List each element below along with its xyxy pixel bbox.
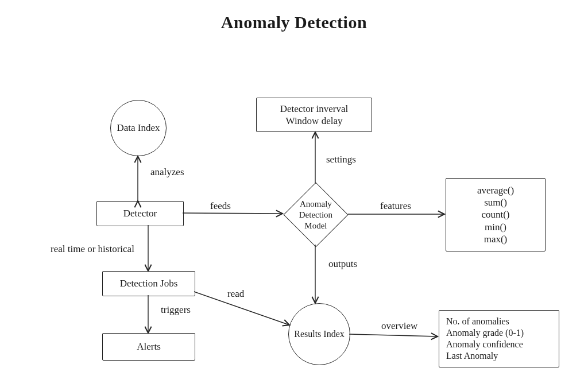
node-detector: Detector	[96, 201, 184, 226]
node-interval-box: Detector inverval Window delay	[256, 98, 372, 132]
edge-label-triggers: triggers	[161, 304, 191, 316]
node-interval-box-label: Detector inverval Window delay	[280, 103, 348, 127]
node-data-index: Data Index	[110, 100, 167, 156]
node-features-box-label: average() sum() count() min() max()	[477, 184, 514, 245]
node-features-box: average() sum() count() min() max()	[446, 178, 546, 251]
edge-label-features: features	[380, 200, 411, 212]
edge-label-settings: settings	[326, 154, 356, 165]
svg-line-1	[183, 213, 283, 214]
node-data-index-label: Data Index	[117, 122, 160, 134]
edge-label-feeds: feeds	[210, 200, 231, 212]
node-results-index: Results Index	[288, 303, 350, 365]
node-alerts-label: Alerts	[137, 340, 161, 353]
svg-line-8	[349, 334, 438, 336]
node-detection-jobs: Detection Jobs	[102, 271, 195, 296]
node-alerts: Alerts	[102, 333, 195, 361]
node-overview-box-label: No. of anomalies Anomaly grade (0-1) Ano…	[446, 316, 524, 362]
edge-label-realtime: real time or historical	[51, 243, 134, 255]
node-results-index-label: Results Index	[294, 328, 345, 340]
node-detector-label: Detector	[123, 207, 157, 219]
node-overview-box: No. of anomalies Anomaly grade (0-1) Ano…	[439, 310, 559, 367]
node-model: Anomaly Detection Model	[283, 182, 348, 247]
node-model-label: Anomaly Detection Model	[293, 199, 338, 231]
diagram-title: Anomaly Detection	[0, 13, 588, 32]
edge-label-analyzes: analyzes	[150, 167, 184, 178]
edge-label-overview: overview	[381, 320, 417, 332]
node-detection-jobs-label: Detection Jobs	[120, 277, 178, 289]
edge-label-outputs: outputs	[328, 258, 357, 270]
diagram-canvas: Anomaly Detection Data Index Detector De…	[0, 0, 588, 391]
edge-label-read: read	[227, 288, 244, 300]
